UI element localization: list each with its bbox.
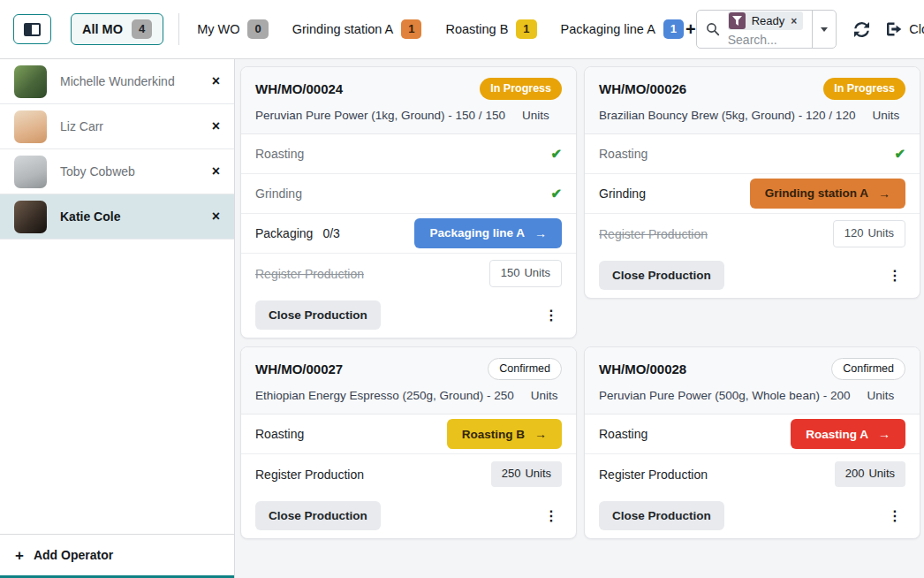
workorder-row-done: Roasting ✔ [585,134,920,174]
workcenter-action-button[interactable]: Packaging line A → [414,218,562,248]
close-production-button[interactable]: Close Production [599,261,724,290]
kebab-menu-icon[interactable]: ⋮ [884,507,905,524]
all-mo-count-badge: 4 [132,19,152,39]
card-footer: Close Production ⋮ [241,293,576,338]
quantity-value: 200 [845,467,865,482]
operator-row[interactable]: Liz Carr × [0,104,234,149]
workcenter-button-label: Roasting B [462,427,525,443]
remove-operator-icon[interactable]: × [212,209,220,224]
mo-cards-grid: WH/MO/00024 In Progress Peruvian Pure Po… [235,59,924,578]
kebab-menu-icon[interactable]: ⋮ [884,267,905,284]
refresh-button[interactable] [854,22,869,37]
remove-operator-icon[interactable]: × [212,74,220,88]
close-production-button[interactable]: Close Production [599,501,724,530]
status-badge: Confirmed [831,358,905,380]
tab-label: Grinding station A [292,22,393,36]
workorder-row: Grinding Grinding station A → [585,174,920,214]
search-input[interactable]: Ready × Search... [697,11,813,48]
workorder-label: Grinding [255,186,302,201]
operators-list: Michelle Wunderkind × Liz Carr × Toby Co… [0,59,234,240]
register-production-row: Register Production 200 Units [585,454,920,494]
operator-name: Michelle Wunderkind [60,74,199,88]
kebab-menu-icon[interactable]: ⋮ [541,307,562,323]
search-dropdown-toggle[interactable] [812,11,836,48]
workorder-progress: 0/3 [322,226,339,240]
quantity-value: 120 [844,226,864,241]
quantity-chip[interactable]: 250 Units [491,461,562,487]
kebab-menu-icon[interactable]: ⋮ [541,507,562,524]
close-production-button[interactable]: Close Production [255,501,381,530]
operator-row[interactable]: Toby Cobweb × [0,149,234,194]
product-description: Brazilian Bouncy Brew (5kg, Ground) - 12… [599,109,855,122]
tab-my-wo[interactable]: My WO 0 [197,19,269,39]
workorder-label: Roasting [599,427,648,441]
operator-row[interactable]: Michelle Wunderkind × [0,59,234,104]
avatar [14,110,47,143]
quantity-chip[interactable]: 150 Units [489,260,562,287]
close-label: Close [909,22,924,36]
card-header[interactable]: WH/MO/00026 In Progress Brazilian Bouncy… [585,67,920,134]
filter-chip-ready[interactable]: Ready × [728,11,804,30]
status-badge: In Progress [823,78,905,100]
register-production-label: Register Production [255,468,364,482]
operator-row[interactable]: Katie Cole × [0,194,234,240]
register-production-row: Register Production 120 Units [585,214,920,254]
tab-count-badge: 0 [247,19,268,39]
arrow-right-icon: → [878,186,890,202]
add-workcenter-button[interactable]: + [685,20,696,38]
search-placeholder: Search... [728,33,777,47]
register-production-label: Register Production [255,267,364,281]
workorder-label: Roasting [255,147,304,161]
sidebar-panel-icon [24,23,41,36]
quantity-chip[interactable]: 120 Units [833,220,905,247]
workcenter-button-label: Roasting A [806,427,868,443]
tab-label: My WO [197,22,239,36]
uom-label: Units [867,389,894,402]
card-header[interactable]: WH/MO/00024 In Progress Peruvian Pure Po… [241,67,576,134]
uom-label: Units [522,109,549,122]
tab-packaging-line-a[interactable]: Packaging line A 1 [561,19,684,39]
product-description: Ethiopian Energy Espresso (250g, Ground)… [255,389,514,402]
uom-label: Units [872,109,899,122]
tab-roasting-b[interactable]: Roasting B 1 [445,19,536,39]
filter-funnel-icon [729,12,746,29]
all-mo-button[interactable]: All MO 4 [71,13,163,45]
card-header[interactable]: WH/MO/00028 Confirmed Peruvian Pure Powe… [585,347,920,414]
register-production-label: Register Production [599,227,708,241]
arrow-right-icon: → [878,426,890,442]
mo-reference: WH/MO/00028 [599,361,686,376]
manufacturing-order-card: WH/MO/00028 Confirmed Peruvian Pure Powe… [584,346,920,539]
tab-count-badge: 1 [663,19,684,39]
add-operator-button[interactable]: + Add Operator [0,534,234,575]
tab-grinding-station-a[interactable]: Grinding station A 1 [292,19,422,39]
card-rows: Roasting ✔ Grinding Grinding station A →… [585,134,920,254]
card-footer: Close Production ⋮ [585,494,920,538]
tab-count-badge: 1 [516,19,536,39]
quantity-chip[interactable]: 200 Units [835,461,905,487]
topbar-divider [178,13,179,45]
close-button[interactable]: Close [887,22,924,36]
remove-operator-icon[interactable]: × [212,164,220,179]
tab-count-badge: 1 [401,19,421,39]
workorder-row-done: Grinding ✔ [241,174,576,214]
check-icon[interactable]: ✔ [550,146,562,162]
workcenter-action-button[interactable]: Roasting B → [447,419,562,449]
quantity-uom: Units [524,266,550,281]
workcenter-action-button[interactable]: Grinding station A → [750,179,905,209]
filter-remove-icon[interactable]: × [791,15,797,27]
card-header[interactable]: WH/MO/00027 Confirmed Ethiopian Energy E… [241,347,576,414]
sidebar-toggle-button[interactable] [13,14,51,44]
search-box: Ready × Search... [696,10,837,49]
remove-operator-icon[interactable]: × [212,119,220,133]
manufacturing-order-card: WH/MO/00026 In Progress Brazilian Bouncy… [584,66,920,299]
quantity-value: 250 [502,467,521,482]
add-operator-label: Add Operator [34,548,113,562]
check-icon[interactable]: ✔ [894,146,905,162]
avatar [14,156,47,188]
workcenter-action-button[interactable]: Roasting A → [791,419,905,449]
sign-out-icon [887,22,902,36]
workorder-row: Roasting Roasting B → [241,414,576,454]
close-production-button[interactable]: Close Production [255,300,381,330]
check-icon[interactable]: ✔ [550,186,562,202]
quantity-uom: Units [525,467,551,482]
